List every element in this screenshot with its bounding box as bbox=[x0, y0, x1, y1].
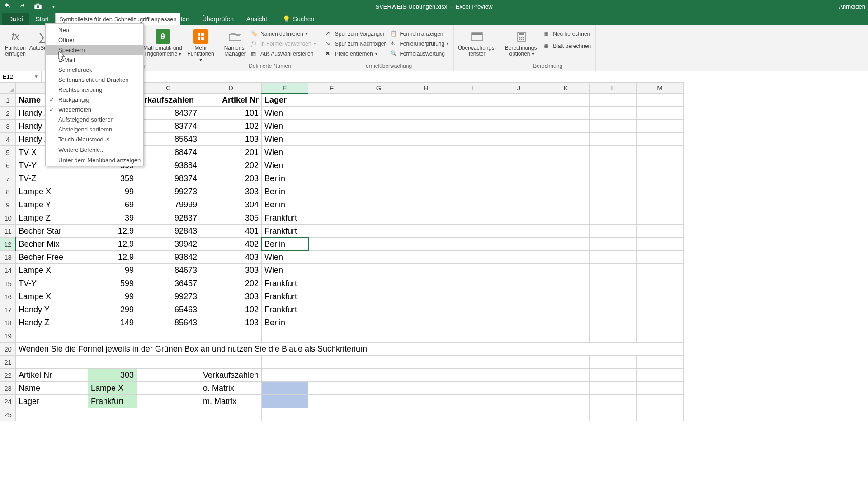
cell[interactable]: Lager bbox=[262, 94, 308, 107]
cell[interactable] bbox=[590, 277, 637, 290]
cell[interactable]: 93884 bbox=[137, 159, 200, 172]
cell[interactable]: Wien bbox=[262, 120, 308, 133]
cell[interactable] bbox=[449, 356, 495, 369]
row-header[interactable]: 20 bbox=[0, 343, 16, 356]
cell[interactable] bbox=[590, 159, 637, 172]
cell[interactable] bbox=[355, 238, 402, 251]
cell[interactable] bbox=[590, 382, 637, 395]
cell[interactable] bbox=[495, 94, 542, 107]
cell[interactable] bbox=[402, 146, 449, 159]
tab-datei[interactable]: Datei bbox=[2, 13, 29, 25]
error-checking-button[interactable]: ⚠Fehlerüberprüfung ▾ bbox=[390, 39, 449, 48]
cell[interactable] bbox=[495, 198, 542, 211]
cell[interactable] bbox=[495, 107, 542, 120]
cell[interactable]: Lampe X bbox=[16, 290, 88, 303]
cell[interactable] bbox=[402, 395, 449, 408]
row-header[interactable]: 11 bbox=[0, 225, 16, 238]
row-header[interactable]: 12 bbox=[0, 238, 16, 251]
cell[interactable]: 303 bbox=[200, 290, 262, 303]
menu-item-touch[interactable]: Touch-/Mausmodus bbox=[46, 134, 143, 144]
cell[interactable] bbox=[542, 408, 590, 421]
row-header[interactable]: 2 bbox=[0, 107, 16, 120]
cell[interactable]: Wien bbox=[262, 159, 308, 172]
cell[interactable]: Artikel Nr bbox=[200, 94, 262, 107]
cell[interactable] bbox=[637, 264, 684, 277]
cell[interactable] bbox=[200, 408, 262, 421]
cell[interactable] bbox=[355, 264, 402, 277]
cell[interactable] bbox=[308, 185, 355, 198]
cell[interactable] bbox=[308, 290, 355, 303]
cell[interactable] bbox=[637, 395, 684, 408]
cell[interactable] bbox=[495, 356, 542, 369]
cell[interactable]: Wien bbox=[262, 264, 308, 277]
cell[interactable]: 599 bbox=[88, 277, 137, 290]
cell[interactable] bbox=[402, 329, 449, 343]
cell[interactable] bbox=[355, 185, 402, 198]
cell[interactable] bbox=[355, 94, 402, 107]
cell[interactable]: 92843 bbox=[137, 225, 200, 238]
row-header[interactable]: 7 bbox=[0, 172, 16, 185]
row-header[interactable]: 19 bbox=[0, 329, 16, 343]
sign-in-link[interactable]: Anmelden bbox=[839, 3, 865, 10]
cell[interactable] bbox=[542, 303, 590, 316]
cell[interactable]: 88474 bbox=[137, 146, 200, 159]
cell[interactable] bbox=[542, 120, 590, 133]
cell[interactable] bbox=[495, 382, 542, 395]
cell[interactable] bbox=[637, 251, 684, 264]
cell[interactable]: 99 bbox=[88, 264, 137, 277]
name-box[interactable]: E12 ▼ bbox=[0, 71, 42, 82]
cell[interactable] bbox=[495, 172, 542, 185]
cell[interactable] bbox=[402, 198, 449, 211]
cell[interactable] bbox=[402, 133, 449, 146]
cell[interactable] bbox=[137, 369, 200, 382]
cell[interactable] bbox=[308, 395, 355, 408]
cell[interactable] bbox=[637, 211, 684, 225]
cell[interactable] bbox=[495, 251, 542, 264]
row-header[interactable]: 10 bbox=[0, 211, 16, 225]
menu-item-seitenansicht[interactable]: Seitenansicht und Drucken bbox=[46, 75, 143, 84]
col-header-I[interactable]: I bbox=[449, 83, 495, 94]
cell[interactable] bbox=[542, 133, 590, 146]
cell[interactable]: 39 bbox=[88, 211, 137, 225]
row-header[interactable]: 24 bbox=[0, 395, 16, 408]
cell[interactable] bbox=[355, 395, 402, 408]
cell[interactable] bbox=[590, 211, 637, 225]
cell[interactable] bbox=[137, 356, 200, 369]
cell[interactable] bbox=[637, 159, 684, 172]
cell[interactable]: Lampe X bbox=[88, 382, 137, 395]
cell[interactable] bbox=[637, 146, 684, 159]
col-header-E[interactable]: E bbox=[262, 83, 308, 94]
cell[interactable] bbox=[308, 356, 355, 369]
cell[interactable] bbox=[402, 251, 449, 264]
cell[interactable]: erkaufszahlen bbox=[137, 94, 200, 107]
row-header[interactable]: 3 bbox=[0, 120, 16, 133]
cell[interactable]: Becher Star bbox=[16, 225, 88, 238]
cell[interactable] bbox=[137, 408, 200, 421]
math-trig-button[interactable]: θ Mathematik undTrigonometrie ▾ bbox=[141, 28, 184, 57]
col-header-H[interactable]: H bbox=[402, 83, 449, 94]
redo-button[interactable] bbox=[18, 2, 27, 11]
cell[interactable] bbox=[590, 395, 637, 408]
cell[interactable] bbox=[449, 146, 495, 159]
cell[interactable]: m. Matrix bbox=[200, 395, 262, 408]
cell[interactable] bbox=[637, 303, 684, 316]
cell[interactable] bbox=[308, 238, 355, 251]
cell[interactable] bbox=[637, 329, 684, 343]
more-functions-button[interactable]: MehrFunktionen ▾ bbox=[185, 28, 216, 63]
camera-icon[interactable] bbox=[33, 2, 42, 11]
cell[interactable] bbox=[402, 264, 449, 277]
cell[interactable] bbox=[637, 356, 684, 369]
cell[interactable] bbox=[449, 120, 495, 133]
cell[interactable] bbox=[637, 238, 684, 251]
cell[interactable] bbox=[402, 225, 449, 238]
cell[interactable] bbox=[590, 238, 637, 251]
cell[interactable] bbox=[355, 408, 402, 421]
cell[interactable]: Becher Free bbox=[16, 251, 88, 264]
cell[interactable]: 102 bbox=[200, 120, 262, 133]
cell[interactable]: 39942 bbox=[137, 238, 200, 251]
cell[interactable] bbox=[637, 185, 684, 198]
cell[interactable] bbox=[590, 107, 637, 120]
cell[interactable] bbox=[637, 107, 684, 120]
row-header[interactable]: 15 bbox=[0, 277, 16, 290]
cell[interactable] bbox=[449, 382, 495, 395]
